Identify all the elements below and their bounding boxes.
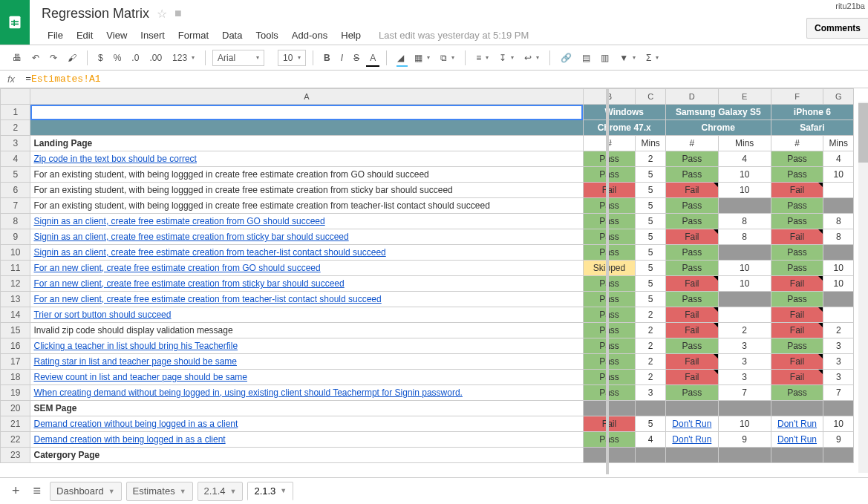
percent-icon[interactable]: % — [110, 50, 125, 65]
cell-c12[interactable]: 5 — [636, 276, 665, 292]
cell-f9[interactable]: Fail — [771, 229, 823, 245]
redo-icon[interactable]: ↷ — [46, 50, 61, 65]
row-9[interactable]: 9Signin as an client, create free estima… — [1, 229, 854, 245]
cell-c4[interactable]: 2 — [636, 151, 665, 167]
row-19[interactable]: 19When creating demand without being log… — [1, 385, 854, 401]
cell-b4[interactable]: Pass — [583, 151, 636, 167]
subheader-f[interactable]: # — [771, 136, 823, 151]
functions-icon[interactable]: Σ — [642, 50, 662, 65]
cell-d19[interactable]: Pass — [665, 385, 718, 401]
cell-e22[interactable]: 9 — [718, 432, 771, 448]
cell-b14[interactable]: Pass — [583, 307, 636, 323]
cell-e21[interactable]: 10 — [718, 416, 771, 432]
cell-c11[interactable]: 5 — [636, 261, 665, 276]
cell-a4[interactable]: Zip code in the text box should be corre… — [30, 151, 583, 167]
cell-e11[interactable]: 10 — [718, 261, 771, 276]
cell-b10[interactable]: Pass — [583, 245, 636, 261]
subheader-b[interactable]: # — [583, 136, 636, 151]
cell-f5[interactable]: Pass — [771, 167, 823, 183]
cell-g5[interactable]: 10 — [823, 167, 854, 183]
print-icon[interactable]: 🖶 — [9, 50, 25, 65]
cell-c17[interactable]: 2 — [636, 354, 665, 370]
col-header-f[interactable]: F — [771, 89, 823, 105]
cell-a7[interactable]: For an existing student, with being logg… — [30, 198, 583, 214]
cell-e13[interactable] — [718, 292, 771, 307]
menu-tools[interactable]: Tools — [249, 27, 284, 44]
cell-d4[interactable]: Pass — [665, 151, 718, 167]
text-wrap-icon[interactable]: ↩ — [521, 50, 543, 65]
row-14[interactable]: 14Trier or sort button should succeedPas… — [1, 307, 854, 323]
cell-e6[interactable]: 10 — [718, 183, 771, 198]
cell-c10[interactable]: 5 — [636, 245, 665, 261]
all-sheets-button[interactable]: ≡ — [29, 483, 46, 499]
row-20[interactable]: 20SEM Page — [1, 401, 854, 416]
row-10[interactable]: 10Signin as an client, create free estim… — [1, 245, 854, 261]
cell-d17[interactable]: Fail — [665, 354, 718, 370]
cell-b11[interactable]: Skipped — [583, 261, 636, 276]
cell-b8[interactable]: Pass — [583, 214, 636, 229]
env-iphone[interactable]: iPhone 6 — [771, 105, 853, 120]
col-header-c[interactable]: C — [636, 89, 665, 105]
cell-g15[interactable]: 2 — [823, 323, 854, 338]
cell-a11[interactable]: For an new client, create free estimate … — [30, 261, 583, 276]
cell-g11[interactable]: 10 — [823, 261, 854, 276]
cell-b22[interactable]: Pass — [583, 432, 636, 448]
cell-a18[interactable]: Review count in list and teacher page sh… — [30, 370, 583, 385]
menu-insert[interactable]: Insert — [134, 27, 171, 44]
cell-f17[interactable]: Fail — [771, 354, 823, 370]
row-18[interactable]: 18Review count in list and teacher page … — [1, 370, 854, 385]
decimal-increase-icon[interactable]: .00 — [146, 50, 166, 65]
cell-a1[interactable] — [30, 105, 583, 120]
row-23[interactable]: 23Catergory Page — [1, 448, 854, 463]
row-16[interactable]: 16Clicking a teacher in list should brin… — [1, 338, 854, 354]
cell-c21[interactable]: 5 — [636, 416, 665, 432]
cell-g10[interactable] — [823, 245, 854, 261]
cell-e8[interactable]: 8 — [718, 214, 771, 229]
cell-e19[interactable]: 7 — [718, 385, 771, 401]
cell-g4[interactable]: 4 — [823, 151, 854, 167]
cell-e7[interactable] — [718, 198, 771, 214]
sheet-tab-Estimates[interactable]: Estimates▼ — [126, 482, 193, 501]
cell-d22[interactable]: Don't Run — [665, 432, 718, 448]
cell-c9[interactable]: 5 — [636, 229, 665, 245]
col-header-g[interactable]: G — [823, 89, 854, 105]
cell-e15[interactable]: 2 — [718, 323, 771, 338]
cell-e17[interactable]: 3 — [718, 354, 771, 370]
col-header-a[interactable]: A — [30, 89, 583, 105]
cell-b9[interactable]: Pass — [583, 229, 636, 245]
subheader-c[interactable]: Mins — [636, 136, 665, 151]
menu-help[interactable]: Help — [335, 27, 367, 44]
cell-f10[interactable]: Pass — [771, 245, 823, 261]
sheet-tab-Dashboard[interactable]: Dashboard▼ — [50, 482, 122, 501]
row-4[interactable]: 4Zip code in the text box should be corr… — [1, 151, 854, 167]
cell-f19[interactable]: Pass — [771, 385, 823, 401]
cell-g22[interactable]: 9 — [823, 432, 854, 448]
italic-icon[interactable]: I — [337, 50, 347, 65]
browser-chrome[interactable]: Chrome — [665, 120, 771, 136]
font-family-dropdown[interactable]: Arial▾ — [212, 50, 264, 66]
cell-c16[interactable]: 2 — [636, 338, 665, 354]
row-7[interactable]: 7For an existing student, with being log… — [1, 198, 854, 214]
cell-a17[interactable]: Rating star in list and teacher page sho… — [30, 354, 583, 370]
cell-c13[interactable]: 5 — [636, 292, 665, 307]
cell-g18[interactable]: 3 — [823, 370, 854, 385]
cell-e10[interactable] — [718, 245, 771, 261]
cell-b17[interactable]: Pass — [583, 354, 636, 370]
bold-icon[interactable]: B — [320, 50, 334, 65]
cell-d15[interactable]: Fail — [665, 323, 718, 338]
col-header-d[interactable]: D — [665, 89, 718, 105]
sheet-tab-2.1.3[interactable]: 2.1.3▼ — [247, 482, 293, 501]
row-3[interactable]: 3Landing Page#Mins#Mins#Mins — [1, 136, 854, 151]
vertical-scrollbar[interactable] — [858, 102, 868, 473]
currency-icon[interactable]: $ — [94, 50, 107, 65]
cell-g9[interactable]: 8 — [823, 229, 854, 245]
strikethrough-icon[interactable]: S — [350, 50, 363, 65]
col-header-b[interactable]: B — [583, 89, 636, 105]
menu-data[interactable]: Data — [216, 27, 248, 44]
cell-d6[interactable]: Fail — [665, 183, 718, 198]
insert-link-icon[interactable]: 🔗 — [557, 50, 575, 65]
cell-f6[interactable]: Fail — [771, 183, 823, 198]
cell-f13[interactable]: Pass — [771, 292, 823, 307]
horizontal-align-icon[interactable]: ≡ — [472, 50, 492, 65]
cell-e9[interactable]: 8 — [718, 229, 771, 245]
